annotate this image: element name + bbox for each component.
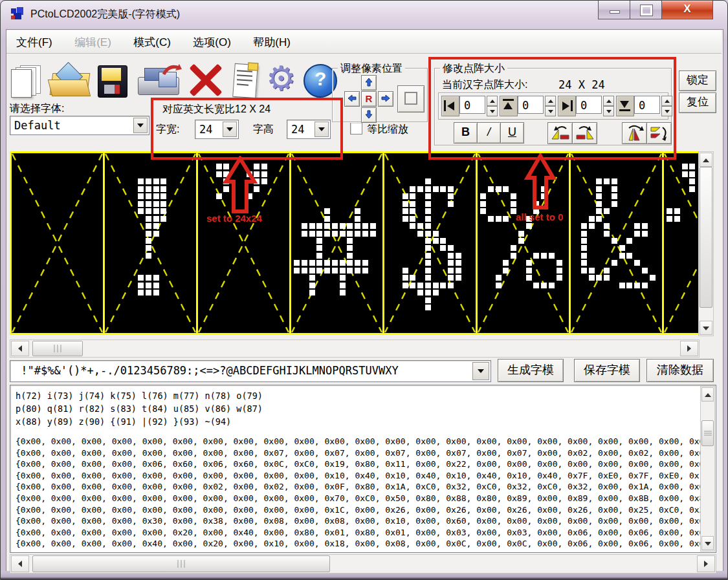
delete-x-icon[interactable] [187, 63, 223, 99]
glyph-pixel [316, 223, 322, 229]
margin-left-input[interactable] [459, 96, 485, 114]
charlist-combo[interactable]: !"#$%&'()*+,-./0123456789:;<=>?@ABCDEFGH… [10, 360, 491, 382]
menu-options[interactable]: 选项(O) [183, 30, 241, 53]
margin-bottom-input[interactable] [634, 96, 660, 114]
pixel-position-group: 调整像素位置 R [332, 68, 428, 122]
glyph-pixel [425, 268, 431, 274]
menu-edit[interactable]: 编辑(E) [65, 30, 121, 53]
flip-vertical-button[interactable] [622, 122, 647, 144]
rotate-left-button[interactable] [547, 122, 573, 144]
open-folder-icon[interactable] [50, 63, 86, 99]
char-width-value: 24 [199, 123, 212, 136]
scroll-right-button[interactable] [680, 341, 698, 356]
margin-bottom-spinner[interactable] [661, 96, 672, 116]
close-button[interactable]: X [661, 1, 713, 19]
menu-bar: 文件(F) 编辑(E) 模式(C) 选项(O) 帮助(H) [6, 30, 722, 54]
menu-help[interactable]: 帮助(H) [243, 30, 300, 53]
scroll-down-button[interactable] [700, 321, 712, 335]
equal-scale-checkbox[interactable] [350, 122, 362, 134]
margin-top-input[interactable] [518, 96, 544, 114]
glyph-pixel [433, 238, 439, 244]
margin-right-input[interactable] [576, 96, 602, 114]
menu-mode[interactable]: 模式(C) [124, 30, 181, 53]
output-hscroll-thumb[interactable] [32, 555, 330, 572]
margin-top-spinner[interactable] [545, 96, 556, 116]
move-right-button[interactable] [378, 91, 393, 107]
glyph-pixel [511, 201, 516, 207]
current-size-value: 24 X 24 [558, 78, 605, 91]
preview-hscroll-thumb[interactable] [32, 341, 83, 356]
new-file-icon[interactable] [8, 63, 45, 99]
preview-area[interactable] [10, 151, 698, 335]
glyph-pixel [425, 253, 431, 259]
margin-right-icon[interactable] [558, 96, 576, 116]
char-height-combo[interactable]: 24 [287, 120, 331, 139]
save-floppy-icon[interactable] [95, 63, 131, 99]
scroll-left-button[interactable] [11, 555, 29, 572]
menu-file[interactable]: 文件(F) [6, 30, 62, 53]
output-textarea[interactable]: h(72) i(73) j(74) k(75) l(76) m(77) n(78… [10, 385, 716, 553]
margin-right-spinner[interactable] [603, 96, 614, 116]
char-height-dropdown[interactable] [314, 122, 329, 137]
scroll-up-button[interactable] [700, 153, 712, 167]
preview-vscrollbar[interactable] [698, 151, 714, 336]
preview-cell-0[interactable] [12, 153, 105, 333]
scroll-up-button[interactable] [701, 387, 714, 402]
minimize-button[interactable] [598, 1, 631, 19]
clear-button[interactable]: 清除数据 [646, 359, 714, 382]
flip-horizontal-button[interactable] [646, 122, 672, 144]
maximize-button[interactable] [630, 1, 663, 19]
glyph-pixel [410, 223, 415, 229]
reset-position-button[interactable]: R [361, 91, 377, 107]
preview-cell-3[interactable] [291, 153, 384, 333]
margin-left-spinner[interactable] [487, 96, 498, 116]
margin-top-icon[interactable] [500, 96, 518, 116]
font-select-combo[interactable]: Default [10, 116, 149, 135]
lock-button[interactable]: 锁定 [679, 70, 716, 91]
preview-cell-2[interactable] [198, 153, 291, 333]
preview-cell-7[interactable] [664, 153, 698, 333]
glyph-pixel [511, 253, 516, 259]
preview-cell-1[interactable] [105, 153, 198, 333]
notes-pad-icon[interactable] [228, 63, 265, 99]
move-down-button[interactable] [361, 107, 377, 123]
glyph-pixel [526, 268, 532, 274]
save-button[interactable]: 保存字模 [574, 359, 640, 382]
preview-vscroll-thumb[interactable] [700, 167, 712, 308]
preview-cell-5[interactable] [478, 153, 571, 333]
scroll-down-button[interactable] [701, 536, 714, 550]
output-hscrollbar[interactable] [10, 554, 716, 574]
charlist-dropdown[interactable] [472, 362, 489, 380]
output-index-line: h(72) i(73) j(74) k(75) l(76) m(77) n(78… [16, 389, 716, 402]
preview-hscrollbar[interactable] [10, 339, 700, 358]
preview-cell-4[interactable] [384, 153, 478, 333]
char-width-dropdown[interactable] [223, 122, 237, 137]
glyph-pixel [440, 245, 446, 251]
output-hex-block: {0x00, 0x00, 0x00, 0x00, 0x00, 0x00, 0x0… [10, 428, 716, 550]
margin-left-icon[interactable] [441, 96, 459, 116]
underline-button[interactable]: U [500, 122, 524, 144]
center-glyph-button[interactable] [397, 85, 425, 113]
glyph-pixel [138, 178, 144, 184]
italic-button[interactable]: / [477, 122, 501, 144]
reset-button[interactable]: 复位 [679, 92, 716, 113]
glyph-pixel [425, 216, 431, 222]
settings-gear-icon[interactable]: ⚙ [265, 63, 301, 99]
export-print-icon[interactable] [137, 63, 184, 99]
move-left-button[interactable] [344, 91, 360, 107]
rotate-right-button[interactable] [572, 122, 597, 144]
output-vscrollbar[interactable] [700, 386, 715, 552]
scroll-left-button[interactable] [11, 341, 29, 356]
output-hex-line: {0x00, 0x00, 0x00, 0x00, 0x00, 0x00, 0x0… [16, 436, 716, 447]
generate-button[interactable]: 生成字模 [498, 359, 564, 382]
font-select-dropdown[interactable] [133, 118, 148, 133]
scroll-right-button[interactable] [697, 555, 715, 572]
margin-bottom-icon[interactable] [616, 96, 634, 116]
preview-cell-6[interactable] [571, 153, 664, 333]
glyph-pixel [138, 193, 144, 199]
char-width-combo[interactable]: 24 [195, 120, 239, 139]
move-up-button[interactable] [361, 75, 377, 91]
output-vscroll-thumb[interactable] [701, 420, 714, 446]
title-bar[interactable]: PCtoLCD2002完美版-(字符模式) X [1, 1, 727, 29]
bold-button[interactable]: B [454, 122, 478, 144]
